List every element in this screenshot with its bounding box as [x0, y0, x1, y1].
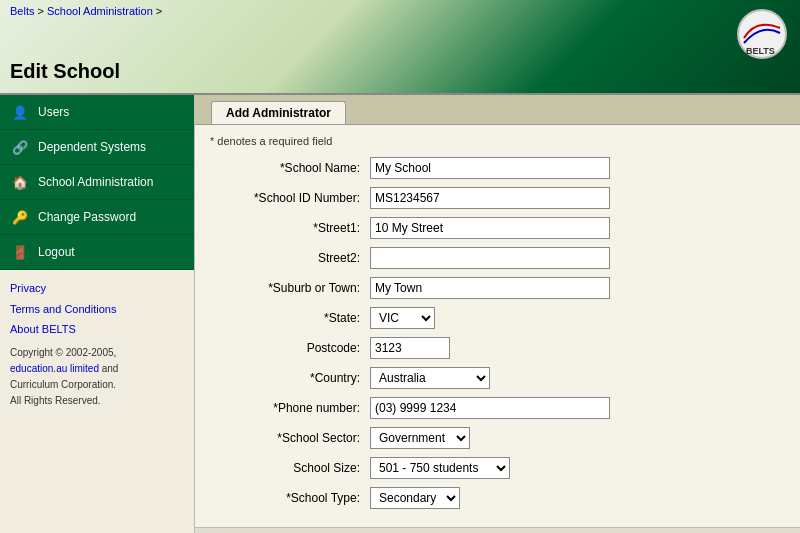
form-row-school-name: *School Name:: [210, 157, 785, 179]
privacy-link[interactable]: Privacy: [10, 282, 46, 294]
svg-text:BELTS: BELTS: [746, 46, 775, 56]
type-label: *School Type:: [210, 491, 370, 505]
dependent-systems-icon: 🔗: [10, 137, 30, 157]
header: Belts > School Administration > Edit Sch…: [0, 0, 800, 95]
form-area: * denotes a required field *School Name:…: [195, 125, 800, 527]
suburb-label: *Suburb or Town:: [210, 281, 370, 295]
street1-input[interactable]: [370, 217, 610, 239]
education-au-link[interactable]: education.au limited: [10, 363, 99, 374]
main-layout: 👤 Users 🔗 Dependent Systems 🏠 School Adm…: [0, 95, 800, 533]
form-row-type: *School Type: Primary Secondary Combined: [210, 487, 785, 509]
sector-label: *School Sector:: [210, 431, 370, 445]
school-id-label: *School ID Number:: [210, 191, 370, 205]
required-note: * denotes a required field: [210, 135, 785, 147]
page-title: Edit School: [10, 60, 120, 83]
sidebar-item-school-administration[interactable]: 🏠 School Administration: [0, 165, 194, 200]
about-belts-link[interactable]: About BELTS: [10, 323, 76, 335]
form-row-postcode: Postcode:: [210, 337, 785, 359]
school-name-label: *School Name:: [210, 161, 370, 175]
breadcrumb: Belts > School Administration >: [10, 5, 162, 17]
state-select[interactable]: VICNSWQLDSA WATASNTACT: [370, 307, 435, 329]
change-password-icon: 🔑: [10, 207, 30, 227]
sidebar-item-change-password-label: Change Password: [38, 210, 136, 224]
terms-link[interactable]: Terms and Conditions: [10, 303, 116, 315]
state-label: *State:: [210, 311, 370, 325]
sidebar-item-users[interactable]: 👤 Users: [0, 95, 194, 130]
street2-input[interactable]: [370, 247, 610, 269]
street1-label: *Street1:: [210, 221, 370, 235]
breadcrumb-school-admin[interactable]: School Administration: [47, 5, 153, 17]
size-label: School Size:: [210, 461, 370, 475]
breadcrumb-belts[interactable]: Belts: [10, 5, 34, 17]
logo: BELTS: [736, 8, 788, 63]
school-name-input[interactable]: [370, 157, 610, 179]
postcode-label: Postcode:: [210, 341, 370, 355]
form-row-suburb: *Suburb or Town:: [210, 277, 785, 299]
main-content: Add Administrator * denotes a required f…: [195, 95, 800, 533]
sidebar-item-logout-label: Logout: [38, 245, 75, 259]
users-icon: 👤: [10, 102, 30, 122]
bottom-bar: Cancel Save Archive: [195, 527, 800, 533]
phone-label: *Phone number:: [210, 401, 370, 415]
sector-select[interactable]: GovernmentCatholicIndependent: [370, 427, 470, 449]
sidebar-item-logout[interactable]: 🚪 Logout: [0, 235, 194, 270]
tab-add-administrator[interactable]: Add Administrator: [211, 101, 346, 124]
country-label: *Country:: [210, 371, 370, 385]
sidebar-nav: 👤 Users 🔗 Dependent Systems 🏠 School Adm…: [0, 95, 194, 270]
form-row-size: School Size: 1 - 100 students 101 - 250 …: [210, 457, 785, 479]
suburb-input[interactable]: [370, 277, 610, 299]
form-row-state: *State: VICNSWQLDSA WATASNTACT: [210, 307, 785, 329]
country-select[interactable]: AustraliaNew ZealandOther: [370, 367, 490, 389]
tab-bar: Add Administrator: [195, 95, 800, 125]
school-admin-icon: 🏠: [10, 172, 30, 192]
type-select[interactable]: Primary Secondary Combined: [370, 487, 460, 509]
sidebar-item-dependent-systems-label: Dependent Systems: [38, 140, 146, 154]
copyright-text: Copyright © 2002-2005, education.au limi…: [10, 345, 184, 409]
form-row-street2: Street2:: [210, 247, 785, 269]
form-row-country: *Country: AustraliaNew ZealandOther: [210, 367, 785, 389]
form-row-school-id: *School ID Number:: [210, 187, 785, 209]
sidebar-footer: Privacy Terms and Conditions About BELTS…: [0, 270, 194, 419]
logout-icon: 🚪: [10, 242, 30, 262]
postcode-input[interactable]: [370, 337, 450, 359]
sidebar-item-school-admin-label: School Administration: [38, 175, 153, 189]
school-id-input[interactable]: [370, 187, 610, 209]
form-row-sector: *School Sector: GovernmentCatholicIndepe…: [210, 427, 785, 449]
sidebar: 👤 Users 🔗 Dependent Systems 🏠 School Adm…: [0, 95, 195, 533]
phone-input[interactable]: [370, 397, 610, 419]
sidebar-item-users-label: Users: [38, 105, 69, 119]
form-row-street1: *Street1:: [210, 217, 785, 239]
sidebar-item-change-password[interactable]: 🔑 Change Password: [0, 200, 194, 235]
street2-label: Street2:: [210, 251, 370, 265]
size-select[interactable]: 1 - 100 students 101 - 250 students 251 …: [370, 457, 510, 479]
sidebar-item-dependent-systems[interactable]: 🔗 Dependent Systems: [0, 130, 194, 165]
form-row-phone: *Phone number:: [210, 397, 785, 419]
